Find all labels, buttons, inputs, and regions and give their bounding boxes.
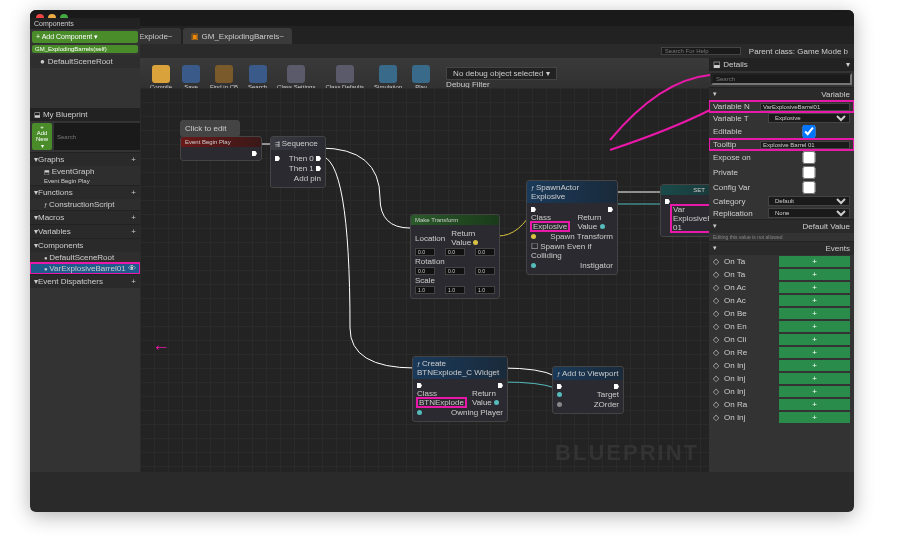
self-component[interactable]: GM_ExplodingBarrels(self) [32, 45, 138, 53]
add-event-button[interactable]: + [779, 282, 850, 293]
eye-icon[interactable]: 👁 [128, 264, 136, 273]
parent-class: Parent class: Game Mode b [749, 47, 848, 56]
tab-2[interactable]: ▣GM_ExplodingBarrels~ [183, 28, 292, 44]
debug-select[interactable]: No debug object selected ▾ [446, 67, 557, 80]
add-event-button[interactable]: + [779, 360, 850, 371]
top-row: Parent class: Game Mode b [30, 44, 854, 58]
add-event-button[interactable]: + [779, 308, 850, 319]
sec-variable[interactable]: ▾ Variable [709, 87, 854, 101]
editor-window: ▣Explosive~ ▣BTNExplode~ ▣GM_ExplodingBa… [30, 10, 854, 512]
cat-graphs[interactable]: ▾Graphs+ [30, 152, 140, 166]
mybp-search[interactable] [54, 123, 144, 150]
bp-icon: ▣ [191, 32, 199, 41]
add-event-button[interactable]: + [779, 256, 850, 267]
node-begin-play[interactable]: Event Begin Play [180, 136, 262, 161]
node-set[interactable]: SET Var ExplosiveBarrel 01 [660, 184, 709, 237]
func-item[interactable]: ƒ ConstructionScript [30, 199, 140, 210]
add-event-button[interactable]: + [779, 269, 850, 280]
plus-icon[interactable]: + [131, 277, 136, 286]
config-check[interactable] [768, 181, 850, 194]
default-value-note: Editing this value is not allowed [709, 233, 854, 241]
add-event-button[interactable]: + [779, 412, 850, 423]
node-add-viewport[interactable]: ƒ Add to Viewport Target ZOrder [552, 366, 624, 414]
add-event-button[interactable]: + [779, 295, 850, 306]
comp-item-var[interactable]: ● VarExplosiveBarrel01 👁 [30, 263, 140, 274]
plus-icon[interactable]: + [131, 227, 136, 236]
tooltip-input[interactable] [760, 141, 850, 149]
sec-default[interactable]: ▾ Default Value [709, 219, 854, 233]
myblueprint-header: ⬓ My Blueprint [30, 108, 140, 121]
category-select[interactable]: Default [768, 196, 850, 206]
node-create-widget[interactable]: ƒ Create BTNExplode_C Widget Class BTNEx… [412, 356, 508, 422]
cat-macros[interactable]: ▾Macros+ [30, 210, 140, 224]
varname-input[interactable] [760, 103, 850, 111]
details-panel: ⬓ Details▾ ▾ Variable Variable N Variabl… [709, 58, 854, 472]
add-event-button[interactable]: + [779, 334, 850, 345]
graph-item[interactable]: Event Begin Play [30, 177, 140, 185]
plus-icon[interactable]: + [131, 213, 136, 222]
root-component[interactable]: ●DefaultSceneRoot [30, 55, 140, 68]
add-event-button[interactable]: + [779, 321, 850, 332]
comp-item[interactable]: ● DefaultSceneRoot [30, 252, 140, 263]
titlebar [30, 10, 854, 26]
center-panel: Compile Save Find in CB Search Class Set… [140, 58, 709, 472]
row-editable: Editable [709, 124, 854, 139]
row-varname: Variable N [709, 101, 854, 112]
row-vartype: Variable TExplosive [709, 112, 854, 124]
components-header: Components [30, 18, 140, 29]
add-event-button[interactable]: + [779, 399, 850, 410]
row-tooltip: Tooltip [709, 139, 854, 150]
graph-canvas[interactable]: Click to edit Event Begin Play ⇶ Sequenc… [140, 88, 709, 472]
details-header: ⬓ Details▾ [709, 58, 854, 71]
panel-menu-icon[interactable]: ▾ [846, 60, 850, 69]
vartype-select[interactable]: Explosive [768, 113, 850, 123]
private-check[interactable] [768, 166, 850, 179]
add-new-button[interactable]: + Add New ▾ [32, 123, 52, 150]
annotation-arrow: ← [152, 337, 170, 358]
add-event-button[interactable]: + [779, 386, 850, 397]
editable-check[interactable] [768, 125, 850, 138]
plus-icon[interactable]: + [131, 155, 136, 164]
cat-components[interactable]: ▾Components [30, 238, 140, 252]
file-tabs: ▣Explosive~ ▣BTNExplode~ ▣GM_ExplodingBa… [30, 26, 854, 44]
left-panel: Components + Add Component ▾ GM_Explodin… [30, 18, 140, 472]
expose-check[interactable] [768, 151, 850, 164]
add-event-button[interactable]: + [779, 347, 850, 358]
cat-variables[interactable]: ▾Variables+ [30, 224, 140, 238]
add-event-button[interactable]: + [779, 373, 850, 384]
node-sequence[interactable]: ⇶ Sequence Then 0 Then 1 Add pin [270, 136, 326, 188]
node-make-transform[interactable]: Make Transform LocationReturn Value Rota… [410, 214, 500, 299]
clickedit-label: Click to edit [180, 120, 240, 137]
watermark: BLUEPRINT [555, 440, 699, 466]
sec-events[interactable]: ▾ Events [709, 241, 854, 255]
cat-functions[interactable]: ▾Functions+ [30, 185, 140, 199]
replication-select[interactable]: None [768, 208, 850, 218]
graph-item[interactable]: ⬒ EventGraph [30, 166, 140, 177]
add-component-button[interactable]: + Add Component ▾ [32, 31, 138, 43]
help-search[interactable] [661, 47, 741, 55]
cat-dispatchers[interactable]: ▾Event Dispatchers+ [30, 274, 140, 288]
plus-icon[interactable]: + [131, 188, 136, 197]
sphere-icon: ● [40, 57, 45, 66]
node-spawn-actor[interactable]: ƒ SpawnActor Explosive Class ExplosiveRe… [526, 180, 618, 275]
details-search[interactable] [711, 73, 852, 85]
